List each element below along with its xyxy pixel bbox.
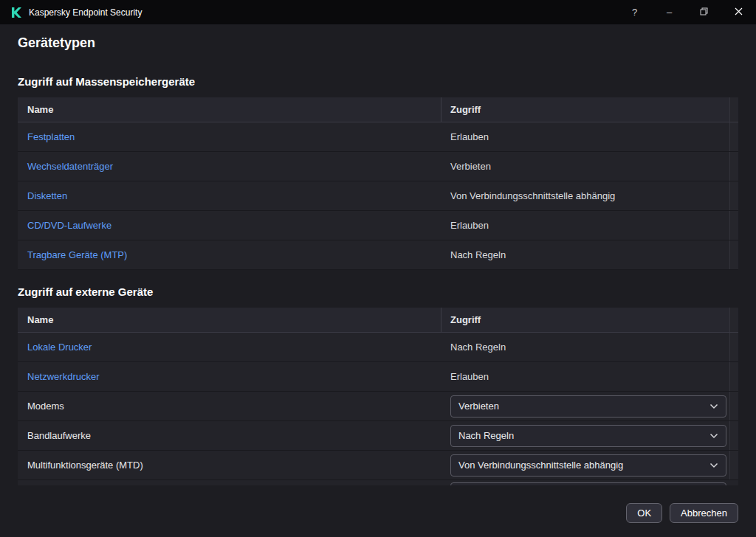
- external-devices-table: Name Zugriff Lokale Drucker Nach Regeln …: [18, 308, 738, 485]
- title-bar: Kaspersky Endpoint Security ? –: [0, 0, 756, 24]
- access-dropdown[interactable]: Von Verbindungsschnittstelle abhängig: [450, 454, 726, 477]
- scrollbar-track[interactable]: [729, 392, 738, 420]
- access-value: Von Verbindungsschnittstelle abhängig: [450, 190, 615, 201]
- access-value: Nach Regeln: [450, 342, 506, 353]
- device-type-label: Bandlaufwerke: [27, 430, 91, 441]
- chevron-down-icon: [709, 401, 718, 412]
- table-row: Multifunktionsgeräte (MTD) Von Verbindun…: [18, 451, 738, 480]
- device-type-link[interactable]: Wechseldatenträger: [27, 161, 113, 172]
- minimize-icon: –: [667, 7, 672, 18]
- scrollbar-track[interactable]: [729, 97, 738, 122]
- main-content: Gerätetypen Zugriff auf Massenspeicherge…: [0, 35, 756, 485]
- page-title: Gerätetypen: [18, 35, 738, 51]
- scrollbar-track[interactable]: [729, 451, 738, 479]
- device-type-link[interactable]: Festplatten: [27, 131, 75, 142]
- cancel-button[interactable]: Abbrechen: [670, 503, 738, 523]
- table-row-partial: [18, 480, 738, 485]
- chevron-down-icon: [709, 460, 718, 471]
- scrollbar-track[interactable]: [729, 362, 738, 391]
- access-value: Nach Regeln: [450, 249, 506, 260]
- minimize-button[interactable]: –: [652, 0, 687, 24]
- mass-storage-table: Name Zugriff Festplatten Erlauben Wechse…: [18, 97, 738, 270]
- scrollbar-track[interactable]: [729, 333, 738, 361]
- restore-icon: [700, 7, 708, 18]
- window-title: Kaspersky Endpoint Security: [29, 7, 142, 18]
- kaspersky-logo-icon: [10, 7, 22, 18]
- device-type-link[interactable]: Netzwerkdrucker: [27, 371, 100, 382]
- access-dropdown[interactable]: Verbieten: [450, 395, 726, 418]
- column-header-access: Zugriff: [441, 308, 729, 332]
- device-type-label: Multifunktionsgeräte (MTD): [27, 460, 143, 471]
- scrollbar-track[interactable]: [729, 181, 738, 210]
- scrollbar-track[interactable]: [729, 152, 738, 181]
- table-row: Lokale Drucker Nach Regeln: [18, 333, 738, 362]
- access-value: Verbieten: [450, 161, 491, 172]
- scrollbar-track[interactable]: [729, 421, 738, 450]
- table-row: Disketten Von Verbindungsschnittstelle a…: [18, 181, 738, 211]
- device-type-link[interactable]: Disketten: [27, 190, 67, 201]
- close-icon: [735, 7, 743, 18]
- table-row: Modems Verbieten: [18, 392, 738, 421]
- access-value: Erlauben: [450, 131, 489, 142]
- table-row: Netzwerkdrucker Erlauben: [18, 362, 738, 392]
- access-dropdown[interactable]: [450, 482, 726, 485]
- table-row: Festplatten Erlauben: [18, 122, 738, 152]
- table-row: CD/DVD-Laufwerke Erlauben: [18, 211, 738, 240]
- maximize-button[interactable]: [687, 0, 721, 24]
- dropdown-selected-value: Nach Regeln: [458, 430, 514, 441]
- table-header-row: Name Zugriff: [18, 308, 738, 333]
- section-heading-mass-storage: Zugriff auf Massenspeichergeräte: [18, 75, 738, 88]
- table-row: Wechseldatenträger Verbieten: [18, 152, 738, 181]
- column-header-name: Name: [18, 308, 441, 332]
- dropdown-selected-value: Von Verbindungsschnittstelle abhängig: [458, 460, 623, 471]
- dropdown-selected-value: Verbieten: [458, 401, 499, 412]
- scrollbar-track[interactable]: [729, 122, 738, 151]
- device-type-label: Modems: [27, 401, 64, 412]
- window-controls: ? –: [617, 0, 756, 24]
- column-header-name: Name: [18, 97, 441, 122]
- section-heading-external-devices: Zugriff auf externe Geräte: [18, 285, 738, 298]
- dialog-footer: OK Abbrechen: [626, 503, 738, 523]
- table-header-row: Name Zugriff: [18, 97, 738, 122]
- scrollbar-track[interactable]: [729, 308, 738, 332]
- chevron-down-icon: [709, 430, 718, 441]
- ok-button[interactable]: OK: [626, 503, 662, 523]
- scrollbar-track[interactable]: [729, 211, 738, 240]
- device-type-link[interactable]: Lokale Drucker: [27, 342, 92, 353]
- help-icon: ?: [632, 7, 637, 18]
- column-header-access: Zugriff: [441, 97, 729, 122]
- close-button[interactable]: [721, 0, 756, 24]
- access-value: Erlauben: [450, 220, 489, 231]
- access-value: Erlauben: [450, 371, 489, 382]
- device-type-link[interactable]: CD/DVD-Laufwerke: [27, 220, 111, 231]
- table-row: Bandlaufwerke Nach Regeln: [18, 421, 738, 451]
- device-type-link[interactable]: Tragbare Geräte (MTP): [27, 249, 127, 260]
- access-dropdown[interactable]: Nach Regeln: [450, 425, 726, 447]
- help-button[interactable]: ?: [617, 0, 652, 24]
- scrollbar-track[interactable]: [729, 240, 738, 269]
- table-row: Tragbare Geräte (MTP) Nach Regeln: [18, 240, 738, 270]
